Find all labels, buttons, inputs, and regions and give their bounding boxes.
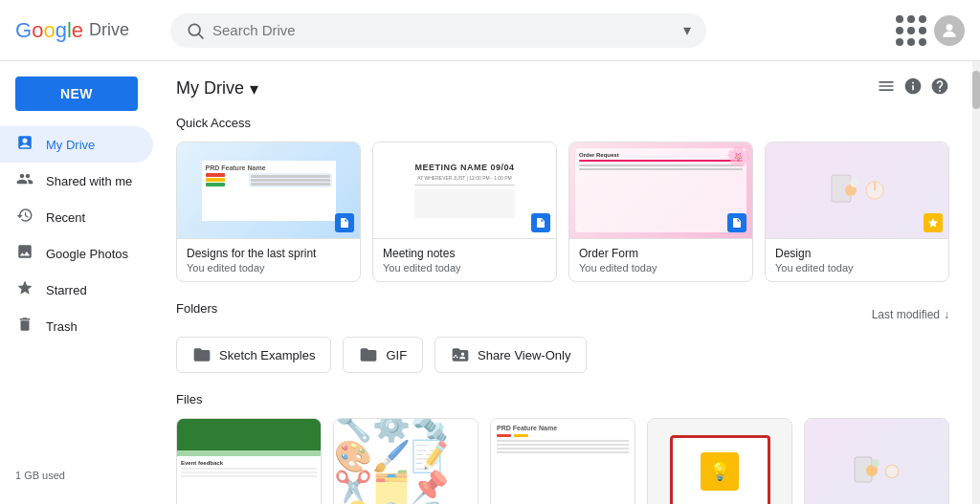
drive-title[interactable]: My Drive ▾	[176, 78, 258, 99]
content-area: My Drive ▾ Quick Access	[153, 61, 972, 504]
qa-card-meeting[interactable]: MEETING NAME 09/04 AT WHEREVER JUST | 12…	[372, 142, 557, 282]
photos-icon	[15, 243, 34, 264]
qa-info-order: Order Form You edited today	[569, 238, 752, 281]
quick-access-grid: PRD Feature Name	[176, 142, 949, 282]
folders-title: Folders	[176, 301, 217, 316]
sidebar-item-label: Trash	[46, 319, 78, 334]
qa-info-design: Design You edited today	[766, 238, 948, 281]
storage-info: 1 GB used	[0, 454, 153, 496]
last-modified[interactable]: Last modified ↓	[872, 308, 949, 321]
sidebar-item-recent[interactable]: Recent	[0, 199, 153, 235]
drive-wordmark: Drive	[89, 20, 129, 40]
qa-name-order: Order Form	[579, 247, 743, 260]
folder-share-view[interactable]: Share View-Only	[434, 337, 587, 373]
search-input[interactable]	[212, 22, 676, 38]
doc-badge-design	[924, 213, 943, 232]
qa-info-meeting: Meeting notes You edited today	[373, 238, 556, 281]
folder-gif[interactable]: GIF	[343, 337, 423, 373]
qa-thumb-design	[766, 142, 948, 238]
my-drive-icon	[15, 134, 34, 155]
help-icon[interactable]	[930, 77, 949, 100]
topbar: Google Drive ▾	[0, 0, 980, 61]
header-actions	[877, 77, 949, 100]
folder-icon-share	[451, 345, 470, 364]
file-thumb-event: Event feedback	[177, 419, 321, 504]
file-thumb-designs2: PRD Feature Name	[491, 419, 635, 504]
qa-sub-design: You edited today	[775, 262, 939, 274]
files-grid: Event feedback Event Feedback ✏️📐📏🔧⚙️🔩	[176, 418, 949, 504]
starred-icon	[15, 279, 34, 300]
folder-icon	[192, 345, 212, 364]
file-card-design2[interactable]: Design	[804, 418, 949, 504]
google-logo: Google	[15, 18, 83, 43]
search-bar[interactable]: ▾	[170, 13, 706, 48]
files-title: Files	[176, 392, 949, 406]
qa-thumb-meeting: MEETING NAME 09/04 AT WHEREVER JUST | 12…	[373, 142, 556, 238]
folder-sketch[interactable]: Sketch Examples	[176, 337, 331, 373]
file-thumb-jamboard: ✏️📐📏🔧⚙️🔩🎨🖌️📝✂️🗂️📌🔑🔒🖇️📎🖊️✒️	[334, 419, 478, 504]
topbar-right	[896, 15, 965, 46]
sidebar-item-label: Starred	[46, 283, 87, 297]
info-icon[interactable]	[903, 77, 923, 100]
qa-sub-order: You edited today	[579, 262, 743, 274]
sidebar-item-shared[interactable]: Shared with me	[0, 163, 153, 199]
qa-info: Designs for the last sprint You edited t…	[177, 238, 360, 281]
search-icon	[186, 21, 205, 40]
qa-name: Designs for the last sprint	[187, 247, 350, 260]
folder-name-gif: GIF	[386, 348, 407, 362]
shared-icon	[15, 170, 34, 191]
sidebar-item-photos[interactable]: Google Photos	[0, 235, 153, 272]
sidebar-item-my-drive[interactable]: My Drive	[0, 126, 153, 163]
qa-sub: You edited today	[187, 262, 350, 274]
doc-badge-meeting	[531, 213, 550, 232]
qa-card-design[interactable]: Design You edited today	[765, 142, 949, 282]
file-thumb-board: 💡	[648, 419, 791, 504]
qa-name-design: Design	[775, 247, 939, 260]
qa-sub-meeting: You edited today	[383, 262, 546, 274]
svg-point-0	[189, 24, 200, 35]
trash-icon	[15, 316, 34, 337]
sidebar-item-trash[interactable]: Trash	[0, 308, 153, 344]
file-card-designs2[interactable]: PRD Feature Name Designs for the last ..…	[490, 418, 635, 504]
account-avatar[interactable]	[934, 15, 965, 46]
sidebar: NEW My Drive Shared with me Recent Googl…	[0, 61, 153, 504]
quick-access-title: Quick Access	[176, 116, 949, 130]
svg-line-1	[199, 33, 204, 38]
sort-icon: ↓	[944, 308, 949, 321]
sidebar-item-label: My Drive	[46, 138, 95, 152]
doc-badge-order	[727, 213, 746, 232]
svg-point-15	[885, 465, 899, 478]
qa-name-meeting: Meeting notes	[383, 247, 546, 260]
file-card-event[interactable]: Event feedback Event Feedback	[176, 418, 322, 504]
list-view-icon[interactable]	[877, 77, 896, 100]
svg-point-2	[947, 24, 953, 31]
sidebar-item-label: Google Photos	[46, 247, 128, 261]
search-dropdown-icon[interactable]: ▾	[683, 21, 691, 39]
new-button[interactable]: NEW	[15, 77, 138, 111]
folders-grid: Sketch Examples GIF Share View-Only	[176, 337, 949, 373]
file-thumb-design2	[805, 419, 948, 504]
drive-header: My Drive ▾	[176, 77, 949, 100]
file-card-board[interactable]: 💡 J Board color	[647, 418, 792, 504]
qa-card-designs[interactable]: PRD Feature Name	[176, 142, 361, 282]
file-card-jamboard[interactable]: ✏️📐📏🔧⚙️🔩🎨🖌️📝✂️🗂️📌🔑🔒🖇️📎🖊️✒️ J Copy of Jam…	[333, 418, 479, 504]
doc-badge	[335, 213, 354, 232]
folder-icon-gif	[359, 345, 378, 364]
folders-header: Folders Last modified ↓	[176, 301, 949, 327]
apps-grid-icon[interactable]	[896, 15, 926, 46]
drive-title-dropdown-icon[interactable]: ▾	[250, 78, 258, 99]
recent-icon	[15, 207, 34, 228]
scrollbar[interactable]	[972, 61, 980, 504]
sidebar-item-starred[interactable]: Starred	[0, 272, 153, 308]
qa-thumb-designs: PRD Feature Name	[177, 142, 360, 238]
sidebar-item-label: Recent	[46, 210, 85, 225]
logo: Google Drive	[15, 18, 159, 43]
folder-name: Sketch Examples	[219, 348, 315, 362]
svg-point-14	[872, 459, 880, 467]
main-layout: NEW My Drive Shared with me Recent Googl…	[0, 61, 980, 504]
folder-name-share: Share View-Only	[478, 348, 570, 362]
qa-card-order[interactable]: Order Request 🌸 Order Form You edited to…	[568, 142, 753, 282]
qa-thumb-order: Order Request 🌸	[569, 142, 752, 238]
sidebar-item-label: Shared with me	[46, 174, 132, 188]
